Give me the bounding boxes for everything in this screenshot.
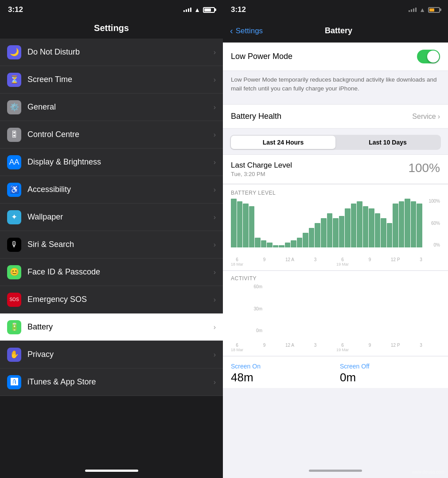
battery-bar-11 (297, 238, 303, 247)
nav-bar: ‹ Settings Battery (223, 20, 448, 43)
activity-x-label-group: 12 P (391, 343, 400, 352)
activity-x-labels: 618 Mar912 A3619 Mar912 P3 (231, 343, 440, 352)
last-charge-percentage: 100% (408, 161, 440, 175)
battery-bar-26 (387, 223, 393, 247)
screen-off-stat: Screen Off 0m (340, 363, 440, 384)
settings-item-siri-search[interactable]: 🎙Siri & Search› (0, 231, 223, 259)
battery-bar-16 (327, 213, 333, 247)
settings-item-do-not-disturb[interactable]: 🌙Do Not Disturb› (0, 39, 223, 66)
service-label: Service (412, 113, 436, 121)
privacy-chevron-icon: › (214, 351, 216, 359)
activity-x-label-group: 618 Mar (231, 343, 243, 352)
battery-x-label-group: 619 Mar (336, 257, 349, 266)
back-chevron-icon: ‹ (230, 26, 233, 36)
battery-x-label-group: 3 (420, 257, 422, 266)
general-chevron-icon: › (214, 103, 216, 111)
right-status-time: 3:12 (231, 5, 246, 14)
screen-on-value: 48m (231, 371, 331, 384)
battery-content: Low Power Mode Low Power Mode temporaril… (223, 43, 448, 463)
battery-bar-12 (303, 233, 308, 247)
left-status-bar: 3:12 ▲ (0, 0, 223, 20)
screen-time-icon: ⏳ (7, 73, 21, 87)
battery-level-bars (231, 199, 422, 256)
battery-bar-1 (237, 201, 243, 248)
battery-bar-8 (279, 245, 284, 248)
settings-item-battery[interactable]: 🔋Battery› (0, 313, 223, 341)
settings-item-accessibility[interactable]: ♿Accessibility› (0, 176, 223, 204)
right-status-icons: ▲ (409, 6, 440, 13)
face-id-chevron-icon: › (214, 268, 216, 276)
battery-bar-29 (405, 199, 410, 247)
back-button[interactable]: ‹ Settings (230, 26, 263, 36)
battery-bar-9 (285, 243, 291, 247)
battery-label: Battery (27, 322, 214, 332)
left-panel: 3:12 ▲ Settings 🌙Do Not Disturb›⏳Screen … (0, 0, 223, 478)
low-power-mode-description: Low Power Mode temporarily reduces backg… (223, 71, 448, 100)
general-label: General (27, 102, 214, 112)
activity-chart: 60m 30m 0m (231, 284, 440, 342)
wallpaper-label: Wallpaper (27, 212, 214, 222)
settings-item-emergency-sos[interactable]: SOSEmergency SOS› (0, 286, 223, 313)
home-indicator-bar (0, 463, 223, 478)
battery-bar-5 (261, 240, 267, 248)
left-status-icons: ▲ (183, 6, 215, 13)
accessibility-label: Accessibility (27, 185, 214, 194)
battery-bar-27 (393, 204, 398, 247)
last-charge-time: Tue, 3:20 PM (231, 171, 292, 177)
settings-item-control-centre[interactable]: 🎛Control Centre› (0, 121, 223, 149)
battery-health-row[interactable]: Battery Health Service › (223, 104, 448, 129)
last-charge-level-title: Last Charge Level (231, 161, 292, 170)
signal-icon (183, 8, 191, 12)
display-brightness-icon: AA (7, 155, 21, 169)
control-centre-label: Control Centre (27, 130, 214, 139)
settings-item-face-id[interactable]: 😊Face ID & Passcode› (0, 259, 223, 286)
siri-search-chevron-icon: › (214, 241, 216, 249)
wallpaper-chevron-icon: › (214, 213, 216, 221)
battery-bar-14 (315, 223, 320, 247)
right-panel: 3:12 ▲ ‹ Settings Battery Low Power Mode (223, 0, 448, 478)
low-power-mode-toggle[interactable] (417, 50, 440, 63)
right-battery-icon (428, 7, 440, 13)
settings-item-itunes[interactable]: 🅰iTunes & App Store› (0, 368, 223, 396)
screen-time-label: Screen Time (27, 75, 214, 84)
battery-level-chart: 100% 60% 0% (231, 199, 440, 256)
battery-icon (203, 7, 215, 13)
screen-stats: Screen On 48m Screen Off 0m (223, 356, 448, 388)
battery-health-service: Service › (412, 113, 440, 121)
battery-bar-10 (291, 240, 296, 248)
nav-title: Battery (263, 26, 414, 35)
battery-icon: 🔋 (7, 320, 21, 334)
settings-item-wallpaper[interactable]: ✦Wallpaper› (0, 204, 223, 231)
settings-item-general[interactable]: ⚙️General› (0, 94, 223, 121)
privacy-icon: ✋ (7, 348, 21, 362)
face-id-label: Face ID & Passcode (27, 267, 214, 277)
accessibility-icon: ♿ (7, 183, 21, 197)
battery-x-label-group: 12 P (391, 257, 400, 266)
itunes-icon: 🅰 (7, 375, 21, 389)
settings-item-display-brightness[interactable]: AADisplay & Brightness› (0, 149, 223, 176)
screen-off-label: Screen Off (340, 363, 440, 370)
battery-bar-3 (249, 206, 255, 248)
wallpaper-icon: ✦ (7, 210, 21, 224)
general-icon: ⚙️ (7, 100, 21, 114)
page-title: Settings (0, 20, 223, 39)
screen-off-value: 0m (340, 371, 440, 384)
wifi-icon: ▲ (194, 6, 200, 13)
settings-item-privacy[interactable]: ✋Privacy› (0, 341, 223, 368)
emergency-sos-icon: SOS (7, 293, 21, 307)
left-status-time: 3:12 (8, 5, 23, 14)
tab-last-24h[interactable]: Last 24 Hours (231, 136, 335, 149)
battery-level-chart-section: BATTERY LEVEL 100% 60% 0% 618 Mar912 A36… (223, 184, 448, 270)
battery-bar-18 (339, 216, 345, 248)
itunes-chevron-icon: › (214, 378, 216, 386)
control-centre-icon: 🎛 (7, 128, 21, 142)
tab-last-10d[interactable]: Last 10 Days (335, 136, 440, 149)
battery-x-label-group: 12 A (285, 257, 294, 266)
watermark: www.deuaq.com (412, 470, 444, 474)
privacy-label: Privacy (27, 350, 214, 359)
settings-item-screen-time[interactable]: ⏳Screen Time› (0, 66, 223, 94)
battery-level-label: BATTERY LEVEL (231, 190, 440, 196)
battery-bar-19 (345, 208, 351, 247)
screen-on-label: Screen On (231, 363, 331, 370)
battery-bar-22 (363, 206, 369, 248)
